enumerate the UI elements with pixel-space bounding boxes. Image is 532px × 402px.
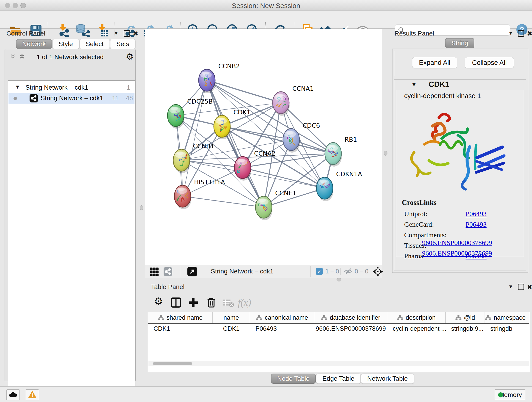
network-node-count: 11	[112, 95, 119, 102]
network-node-CDC25B[interactable]	[167, 104, 184, 127]
table-cell[interactable]: P06493	[250, 324, 314, 334]
table-row[interactable]: CDK1CDK1P064939606.ENSP00000378699cyclin…	[148, 324, 529, 334]
network-node-RB1[interactable]	[325, 143, 341, 165]
delete-column-icon[interactable]	[205, 297, 217, 308]
tab-network-table[interactable]: Network Table	[361, 374, 414, 384]
horizontal-splitter-handle[interactable]	[336, 278, 341, 281]
network-collection-row[interactable]: ▼ String Network – cdk1 1	[8, 83, 134, 93]
crosslink-link[interactable]: P06493	[466, 252, 487, 260]
title-bar: Session: New Session	[0, 0, 532, 11]
network-view-toolbar: String Network – cdk1 ✓ 1 – 0 0 – 0	[145, 265, 382, 278]
float-panel-icon[interactable]	[518, 284, 524, 290]
selected-counts: 1 – 0	[325, 268, 339, 275]
collapse-all-button[interactable]: Collapse All	[465, 57, 514, 68]
table-cell[interactable]: stringdb:9...	[446, 324, 485, 334]
table-cell[interactable]: CDK1	[148, 324, 213, 334]
results-panel: Results Panel ▼ ✖ String Expand All Coll…	[389, 29, 532, 278]
show-columns-icon[interactable]	[170, 297, 182, 308]
network-panel-body: 1 of 1 Network selected ⚙ ▼ String Netwo…	[5, 49, 136, 381]
table-cell[interactable]: cyclin-dependent ...	[387, 324, 446, 334]
expand-all-button[interactable]: Expand All	[412, 57, 457, 68]
table-cell[interactable]: CDK1	[213, 324, 250, 334]
crosslinks-section: CrossLinks Uniprot:P06493GeneCard:P06493…	[404, 198, 524, 263]
network-node-HIST1H1A[interactable]	[174, 185, 191, 207]
float-panel-icon[interactable]	[518, 30, 524, 37]
network-row[interactable]: String Network – cdk1 11 48	[8, 93, 134, 104]
network-node-CDK1[interactable]	[214, 115, 230, 137]
delete-table-icon-disabled	[222, 297, 234, 308]
node-table: shared namenamecanonical namedatabase id…	[148, 312, 530, 372]
table-horizontal-scrollbar[interactable]	[148, 361, 529, 366]
close-panel-icon[interactable]: ✖	[527, 283, 532, 291]
network-node-CCNA2[interactable]	[234, 157, 251, 179]
column-header-shared-name[interactable]: shared name	[148, 313, 213, 323]
memory-button[interactable]: Memory	[495, 389, 525, 400]
crosslink-link[interactable]: P06493	[466, 220, 487, 228]
open-view-in-window-icon[interactable]	[187, 267, 197, 276]
panel-menu-icon[interactable]: ▼	[114, 30, 119, 36]
left-splitter-handle[interactable]	[140, 205, 143, 210]
selected-checkbox[interactable]: ✓	[316, 268, 323, 275]
control-panel-tabs: NetworkStyleSelectSets	[16, 39, 136, 49]
expand-collapse-bar: Expand All Collapse All	[394, 51, 526, 76]
crosslink-row: Pharos:P06493	[404, 252, 524, 263]
tab-edge-table[interactable]: Edge Table	[316, 374, 361, 384]
column-header-canonical-name[interactable]: canonical name	[250, 313, 314, 323]
network-status-dot	[13, 97, 17, 100]
warning-status-button[interactable]	[26, 389, 39, 400]
network-options-gear-icon[interactable]: ⚙	[126, 52, 133, 61]
control-panel-title: Control Panel	[6, 30, 45, 37]
right-splitter-handle[interactable]	[384, 151, 387, 156]
column-header-name[interactable]: name	[213, 313, 250, 323]
tab-sets[interactable]: Sets	[110, 39, 135, 49]
column-header-database-identifier[interactable]: database identifier	[314, 313, 387, 323]
birdseye-navigator-icon[interactable]	[373, 266, 383, 277]
hidden-eye-slash-icon[interactable]	[344, 268, 353, 275]
network-node-CDC6[interactable]	[283, 128, 299, 151]
tab-network[interactable]: Network	[16, 39, 52, 49]
add-column-icon[interactable]	[187, 297, 199, 308]
network-view-canvas[interactable]: CCNB2CCNA1CDC25BCDK1CDC6RB1CCNB1CCNA2CDK…	[145, 29, 382, 265]
panel-menu-icon[interactable]: ▼	[508, 284, 513, 290]
network-node-CCNB2[interactable]	[199, 69, 215, 91]
control-panel: Control Panel ▼ ✖ NetworkStyleSelectSets…	[3, 29, 137, 382]
tab-string[interactable]: String	[445, 38, 474, 48]
section-collapse-icon[interactable]: ▼	[411, 81, 417, 88]
scrollbar-thumb[interactable]	[153, 362, 192, 365]
tab-select[interactable]: Select	[80, 39, 110, 49]
string-view-icon[interactable]	[164, 267, 172, 276]
table-panel: Table Panel ▼ ✖ ⚙ f(x) shared namenameca…	[145, 282, 532, 382]
tree-expand-icon[interactable]: ▼	[15, 84, 20, 90]
node-label-CCNA2: CCNA2	[254, 150, 276, 157]
column-header-description[interactable]: description	[387, 313, 446, 323]
hidden-counts: 0 – 0	[355, 268, 368, 275]
crosslinks-heading: CrossLinks	[402, 198, 524, 207]
tab-style[interactable]: Style	[52, 39, 79, 49]
network-node-CCNB1[interactable]	[173, 149, 190, 171]
float-panel-icon[interactable]	[124, 30, 130, 37]
node-label-HIST1H1A: HIST1H1A	[194, 179, 225, 186]
table-tabs: Node TableEdge TableNetwork Table	[271, 374, 414, 384]
crosslink-link[interactable]: P06493	[466, 210, 487, 217]
network-list: ▼ String Network – cdk1 1 String Network…	[8, 80, 135, 400]
table-options-gear-icon[interactable]: ⚙	[154, 297, 166, 309]
network-node-CCNE1[interactable]	[255, 196, 272, 218]
network-graph[interactable]: CCNB2CCNA1CDC25BCDK1CDC6RB1CCNB1CCNA2CDK…	[145, 29, 382, 265]
column-header-namespace[interactable]: namespace	[485, 313, 526, 323]
close-panel-icon[interactable]: ✖	[527, 30, 532, 37]
gene-description: cyclin-dependent kinase 1	[404, 92, 481, 100]
main-toolbar: ?	[0, 11, 532, 29]
network-node-CDKN1A[interactable]	[317, 177, 333, 199]
tab-node-table[interactable]: Node Table	[271, 374, 316, 384]
network-node-CCNA1[interactable]	[273, 92, 289, 114]
gene-details: cyclin-dependent kinase 1	[396, 89, 524, 257]
close-panel-icon[interactable]: ✖	[133, 30, 138, 37]
cloud-status-button[interactable]	[6, 389, 20, 400]
panel-menu-icon[interactable]: ▼	[508, 30, 513, 36]
table-cell[interactable]: 9606.ENSP00000378699	[314, 324, 387, 334]
grid-view-icon[interactable]	[150, 267, 158, 276]
node-label-CCNA1: CCNA1	[292, 85, 314, 92]
column-header--id[interactable]: @id	[446, 313, 485, 323]
warning-icon	[28, 391, 36, 398]
table-cell[interactable]: stringdb	[485, 324, 526, 334]
